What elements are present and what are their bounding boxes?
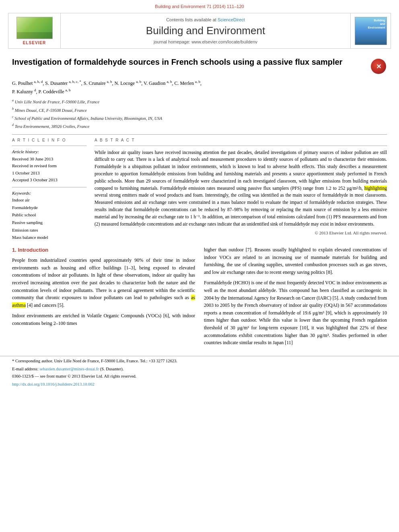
email-label: E-mail address: bbox=[12, 367, 39, 371]
divider-1 bbox=[12, 134, 387, 135]
accepted-date: Accepted 3 October 2013 bbox=[12, 177, 86, 184]
intro-section-title: 1. Introduction bbox=[12, 246, 195, 254]
corresponding-text: * Corresponding author. Univ Lille Nord … bbox=[12, 359, 177, 363]
article-info-column: A R T I C L E I N F O Article history: R… bbox=[12, 138, 86, 242]
right-para-1: higher than outdoor [7]. Reasons usually… bbox=[204, 246, 387, 276]
journal-title: Building and Environment bbox=[146, 25, 265, 37]
affiliation-c: c School of Public and Environmental Aff… bbox=[12, 115, 387, 122]
authors-line: G. Poulhet a, b, d, S. Dusanter a, b, c,… bbox=[12, 79, 387, 96]
doi-link[interactable]: http://dx.doi.org/10.1016/j.buildenv.201… bbox=[12, 382, 95, 386]
received-date: Received 30 June 2013 bbox=[12, 156, 86, 163]
journal-ref-bar: Building and Environment 71 (2014) 111–1… bbox=[0, 0, 399, 11]
doi-line: http://dx.doi.org/10.1016/j.buildenv.201… bbox=[12, 381, 387, 388]
received-revised-label: Received in revised form bbox=[12, 162, 86, 170]
affiliation-b: b Mines Douai, CE, F-59508 Douai, France bbox=[12, 107, 387, 114]
journal-logo-right: BuildingandEnvironment bbox=[350, 13, 391, 48]
copyright-line: © 2013 Elsevier Ltd. All rights reserved… bbox=[95, 230, 387, 235]
journal-homepage: journal homepage: www.elsevier.com/locat… bbox=[154, 39, 257, 44]
crossmark-icon bbox=[371, 59, 386, 74]
main-content: 1. Introduction People from industrializ… bbox=[0, 246, 399, 350]
keyword-public-school: Public school bbox=[12, 211, 86, 219]
abstract-column: A B S T R A C T While indoor air quality… bbox=[95, 138, 387, 242]
intro-para-2: Indoor environments are enriched in Vola… bbox=[12, 312, 195, 327]
article-title-section: Investigation of formaldehyde sources in… bbox=[12, 53, 387, 75]
article-history-label: Article history: bbox=[12, 149, 86, 154]
keyword-formaldehyde: Formaldehyde bbox=[12, 204, 86, 212]
main-columns: 1. Introduction People from industrializ… bbox=[12, 246, 387, 350]
crossmark-badge bbox=[371, 59, 387, 75]
keywords-label: Keywords: bbox=[12, 191, 86, 195]
abstract-highlight: highlighting bbox=[364, 186, 387, 191]
article-body: Investigation of formaldehyde sources in… bbox=[0, 53, 399, 241]
main-col-right: higher than outdoor [7]. Reasons usually… bbox=[204, 246, 387, 350]
keyword-emission-rates: Emission rates bbox=[12, 226, 86, 234]
keyword-mass-balance: Mass balance model bbox=[12, 234, 86, 241]
intro-para-1: People from industrialized countries spe… bbox=[12, 257, 195, 309]
keyword-indoor-air: Indoor air bbox=[12, 196, 86, 204]
divider-info bbox=[12, 146, 86, 146]
footnotes: * Corresponding author. Univ Lille Nord … bbox=[0, 356, 399, 388]
divider-abstract bbox=[95, 146, 387, 146]
info-abstract-columns: A R T I C L E I N F O Article history: R… bbox=[12, 138, 387, 242]
issn-line: 0360-1323/$ — see front matter © 2013 El… bbox=[12, 373, 387, 380]
affiliation-a: a Univ Lille Nord de France, F-59000 Lil… bbox=[12, 98, 387, 105]
journal-reference: Building and Environment 71 (2014) 111–1… bbox=[155, 4, 244, 9]
issn-text: 0360-1323/$ — see front matter © 2013 El… bbox=[12, 374, 136, 378]
keyword-passive-sampling: Passive sampling bbox=[12, 219, 86, 226]
col1-highlight: as asthma bbox=[12, 295, 195, 308]
elsevier-wordmark: ELSEVIER bbox=[23, 41, 46, 45]
email-line: E-mail address: sebastien.dusanter@mines… bbox=[12, 366, 387, 372]
elsevier-logo-container: ELSEVIER bbox=[8, 13, 61, 48]
received-revised-date: 1 October 2013 bbox=[12, 170, 86, 177]
email-suffix: (S. Dusanter). bbox=[100, 367, 124, 371]
affiliations: a Univ Lille Nord de France, F-59000 Lil… bbox=[12, 98, 387, 130]
sciencedirect-link[interactable]: ScienceDirect bbox=[218, 17, 245, 22]
main-col-left: 1. Introduction People from industrializ… bbox=[12, 246, 195, 350]
abstract-header: A B S T R A C T bbox=[95, 138, 387, 142]
article-title: Investigation of formaldehyde sources in… bbox=[12, 57, 367, 67]
abstract-text: While indoor air quality issues have rec… bbox=[95, 149, 387, 228]
section-number: 1. bbox=[12, 247, 16, 253]
affiliation-d: d Tera Environnement, 38926 Crolles, Fra… bbox=[12, 123, 387, 130]
elsevier-logo: ELSEVIER bbox=[16, 17, 53, 45]
contents-line: Contents lists available at ScienceDirec… bbox=[166, 17, 245, 22]
corresponding-note: * Corresponding author. Univ Lille Nord … bbox=[12, 358, 387, 364]
right-para-2: Formaldehyde (HCHO) is one of the most f… bbox=[204, 279, 387, 346]
building-environment-logo: BuildingandEnvironment bbox=[355, 17, 387, 45]
journal-center-info: Contents lists available at ScienceDirec… bbox=[61, 13, 350, 48]
building-env-logo-text: BuildingandEnvironment bbox=[368, 18, 385, 29]
journal-header: ELSEVIER Contents lists available at Sci… bbox=[8, 13, 391, 49]
article-info-header: A R T I C L E I N F O bbox=[12, 138, 86, 142]
article-title-text: Investigation of formaldehyde sources in… bbox=[12, 57, 367, 71]
elsevier-graphic bbox=[16, 17, 53, 39]
contents-text: Contents lists available at bbox=[166, 17, 216, 22]
page: Building and Environment 71 (2014) 111–1… bbox=[0, 0, 399, 532]
divider-keywords bbox=[12, 187, 86, 187]
section-label: Introduction bbox=[18, 247, 48, 253]
email-address[interactable]: sebastien.dusanter@mines-douai.fr bbox=[39, 367, 99, 371]
